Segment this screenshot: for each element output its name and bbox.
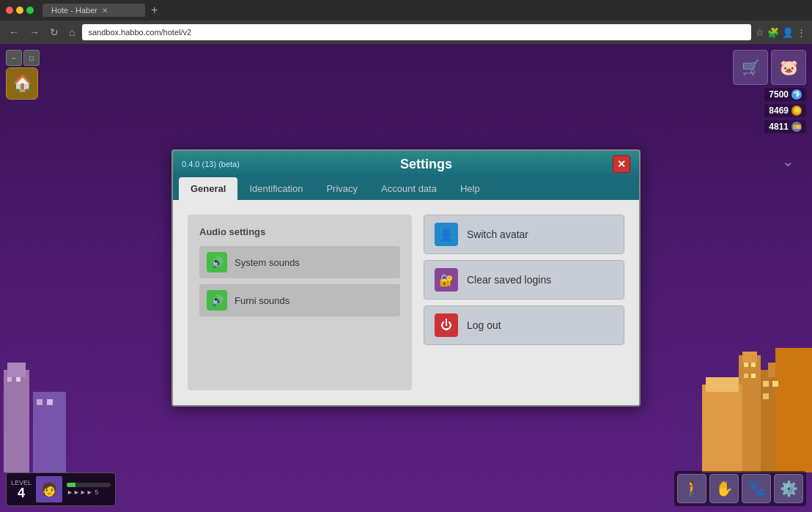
- back-btn[interactable]: ←: [6, 25, 22, 40]
- system-sounds-icon: 🔊: [207, 252, 227, 272]
- tab-title: Hote - Haber: [51, 6, 97, 15]
- log-out-label: Log out: [467, 319, 501, 331]
- switch-avatar-label: Switch avatar: [467, 229, 528, 240]
- nav-bar: ← → ↻ ⌂ sandbox.habbo.com/hotel/v2 ☆ 🧩 👤…: [0, 21, 812, 44]
- modal-tabs: General Identification Privacy Account d…: [173, 177, 639, 200]
- modal-body: Audio settings 🔊 System sounds 🔊 Furni s…: [173, 200, 639, 405]
- modal-title: Settings: [240, 157, 613, 172]
- level-label: LEVEL 4: [11, 479, 32, 500]
- game-background: − □ 🏠 🛒 🐷 7500 💎 8469 🪙 4811 🎫 ⌄: [0, 44, 812, 512]
- forward-btn[interactable]: →: [26, 25, 43, 40]
- refresh-btn[interactable]: ↻: [47, 25, 62, 40]
- furni-sounds-icon: 🔊: [207, 290, 227, 311]
- toolbar-btn-settings[interactable]: ⚙️: [774, 474, 803, 503]
- modal-header: 0.4.0 (13) (beta) Settings ✕: [173, 151, 639, 177]
- new-tab-btn[interactable]: +: [148, 4, 160, 17]
- minimize-window-btn[interactable]: [16, 7, 23, 14]
- clear-logins-icon: 🔐: [435, 268, 458, 292]
- action-panel: 👤 Switch avatar 🔐 Clear saved logins ⏻ L…: [424, 215, 624, 390]
- tab-help[interactable]: Help: [449, 177, 492, 200]
- xp-track: [67, 483, 111, 487]
- modal-overlay: 0.4.0 (13) (beta) Settings ✕ General Ide…: [0, 44, 812, 512]
- browser-tab[interactable]: Hote - Haber ✕: [43, 4, 145, 17]
- level-hud: LEVEL 4 🧑 ►►►► 5: [6, 472, 116, 506]
- tab-identification[interactable]: Identification: [237, 177, 314, 200]
- bookmark-icon[interactable]: ☆: [756, 27, 764, 38]
- tab-bar: Hote - Haber ✕ +: [0, 0, 812, 21]
- bottom-right-toolbar: 🚶 ✋ 🐾 ⚙️: [674, 471, 806, 506]
- system-sounds-label: System sounds: [235, 257, 300, 268]
- modal-version: 0.4.0 (13) (beta): [182, 160, 240, 168]
- toolbar-btn-walk[interactable]: 🚶: [677, 474, 706, 503]
- clear-logins-label: Clear saved logins: [467, 274, 551, 286]
- level-avatar: 🧑: [36, 476, 62, 502]
- xp-label: ►►►► 5: [67, 489, 111, 496]
- toolbar-btn-wave[interactable]: ✋: [709, 474, 739, 503]
- browser-actions: ☆ 🧩 👤 ⋮: [756, 27, 806, 38]
- clear-saved-logins-btn[interactable]: 🔐 Clear saved logins: [424, 260, 624, 300]
- maximize-window-btn[interactable]: [26, 7, 34, 14]
- log-out-btn[interactable]: ⏻ Log out: [424, 305, 624, 345]
- tab-general[interactable]: General: [179, 177, 237, 200]
- xp-fill: [67, 483, 75, 487]
- extensions-icon[interactable]: 🧩: [767, 27, 779, 38]
- xp-bar: ►►►► 5: [67, 483, 111, 496]
- browser-chrome: Hote - Haber ✕ + ← → ↻ ⌂ sandbox.habbo.c…: [0, 0, 812, 44]
- menu-icon[interactable]: ⋮: [797, 27, 806, 38]
- settings-modal: 0.4.0 (13) (beta) Settings ✕ General Ide…: [171, 149, 641, 407]
- tab-account-data[interactable]: Account data: [369, 177, 449, 200]
- system-sounds-btn[interactable]: 🔊 System sounds: [199, 246, 400, 278]
- tab-privacy[interactable]: Privacy: [314, 177, 369, 200]
- profile-icon[interactable]: 👤: [782, 27, 794, 38]
- window-controls: [6, 7, 34, 14]
- address-bar[interactable]: sandbox.habbo.com/hotel/v2: [82, 24, 751, 40]
- address-text: sandbox.habbo.com/hotel/v2: [88, 28, 191, 37]
- home-nav-btn[interactable]: ⌂: [66, 25, 78, 40]
- audio-panel: Audio settings 🔊 System sounds 🔊 Furni s…: [188, 215, 412, 390]
- audio-panel-title: Audio settings: [199, 226, 400, 237]
- switch-avatar-icon: 👤: [435, 223, 458, 246]
- switch-avatar-btn[interactable]: 👤 Switch avatar: [424, 215, 624, 254]
- tab-close-btn[interactable]: ✕: [102, 7, 108, 15]
- modal-close-btn[interactable]: ✕: [613, 155, 630, 173]
- furni-sounds-label: Furni sounds: [235, 295, 289, 306]
- toolbar-btn-pets[interactable]: 🐾: [742, 474, 771, 503]
- level-number: 4: [18, 486, 25, 500]
- close-window-btn[interactable]: [6, 7, 13, 14]
- furni-sounds-btn[interactable]: 🔊 Furni sounds: [199, 284, 400, 316]
- log-out-icon: ⏻: [435, 313, 458, 337]
